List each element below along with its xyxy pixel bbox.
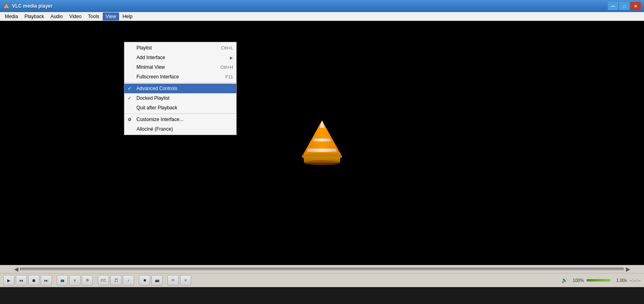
app-window: VLC media player — □ ✕ Media Playback Au… (0, 0, 644, 287)
separator-1 (124, 82, 236, 83)
advanced-controls-label: Advanced Controls (136, 86, 233, 91)
prev-button[interactable]: ⏮ (16, 275, 27, 286)
menu-item-view[interactable]: View (103, 12, 120, 21)
menu-item-help[interactable]: Help (119, 12, 136, 21)
maximize-button[interactable]: □ (619, 2, 630, 10)
svg-marker-7 (307, 148, 337, 152)
add-interface-arrow: ▶ (230, 55, 233, 60)
speed-label: 1.00x (613, 278, 627, 283)
close-button[interactable]: ✕ (630, 2, 641, 10)
minimal-view-label: Minimal View (136, 64, 213, 70)
playlist-label: Playlist (136, 45, 213, 51)
menu-item-video[interactable]: Video (66, 12, 85, 21)
allocine-label: Allociné (France) (136, 126, 233, 132)
menu-playlist[interactable]: Playlist Ctrl+L (124, 43, 236, 53)
snapshot-button[interactable]: 📷 (151, 275, 163, 286)
menu-item-audio[interactable]: Audio (47, 12, 66, 21)
volume-label: 100% (570, 278, 584, 283)
menu-customize-interface[interactable]: ⚙ Customize Interface... (124, 115, 236, 124)
fullscreen-label: Fullscreen Interface (136, 74, 217, 80)
window-title: VLC media player (12, 3, 53, 9)
subtitle-button[interactable]: CC (98, 275, 109, 286)
menu-fullscreen-interface[interactable]: Fullscreen Interface F11 (124, 72, 236, 82)
docked-playlist-label: Docked Playlist (136, 95, 233, 101)
advanced-controls-check: ✓ (128, 86, 136, 91)
svg-point-10 (304, 160, 340, 165)
volume-icon: 🔊 (561, 277, 568, 283)
volume-slider[interactable] (586, 279, 611, 281)
minimal-view-shortcut: Ctrl+H (221, 65, 233, 70)
seek-area: ◀ ▶ (0, 265, 644, 273)
extended-settings-button[interactable]: ⚙ (82, 275, 93, 286)
menu-item-media[interactable]: Media (2, 12, 21, 21)
loop-button[interactable]: ⟳ (167, 275, 179, 286)
seek-bar[interactable] (20, 268, 624, 270)
time-display: --:--:-- (630, 278, 641, 283)
controls-area: ▶ ⏮ ⏹ ⏭ 📺 ≡ ⚙ CC 🎵 ♪ ⏺ 📷 ⟳ ⤮ 🔊 100% 1.00… (0, 273, 644, 287)
vlc-logo (296, 116, 348, 170)
customize-label: Customize Interface... (136, 117, 233, 122)
toggle-playlist-button[interactable]: ≡ (69, 275, 80, 286)
svg-marker-6 (313, 138, 331, 141)
menu-quit-after-playback[interactable]: Quit after Playback (124, 103, 236, 113)
video-area: Playlist Ctrl+L Add Interface ▶ Minimal … (0, 21, 644, 265)
app-icon (3, 3, 10, 9)
title-bar-left: VLC media player (3, 3, 53, 9)
menu-allocine[interactable]: Allociné (France) (124, 124, 236, 134)
menu-minimal-view[interactable]: Minimal View Ctrl+H (124, 62, 236, 72)
menu-advanced-controls[interactable]: ✓ Advanced Controls (124, 84, 236, 93)
playlist-shortcut: Ctrl+L (221, 45, 233, 50)
toggle-video-button[interactable]: 📺 (57, 275, 68, 286)
title-bar: VLC media player — □ ✕ (0, 0, 644, 12)
minimize-button[interactable]: — (608, 2, 618, 10)
customize-icon: ⚙ (128, 117, 136, 122)
seek-back-button[interactable]: ◀ (12, 266, 20, 272)
add-interface-label: Add Interface (136, 55, 230, 60)
stop-button[interactable]: ⏹ (28, 275, 39, 286)
random-button[interactable]: ⤮ (180, 275, 191, 286)
quit-label: Quit after Playback (136, 105, 233, 111)
menu-bar: Media Playback Audio Video Tools View He… (0, 12, 644, 21)
menu-item-playback[interactable]: Playback (21, 12, 47, 21)
fullscreen-shortcut: F11 (225, 74, 233, 79)
seek-forward-button[interactable]: ▶ (624, 266, 632, 272)
menu-docked-playlist[interactable]: ✓ Docked Playlist (124, 93, 236, 103)
record-button[interactable]: ⏺ (139, 275, 150, 286)
audio-track-button[interactable]: 🎵 (110, 275, 122, 286)
view-dropdown-menu: Playlist Ctrl+L Add Interface ▶ Minimal … (124, 42, 237, 135)
right-controls: 🔊 100% 1.00x --:--:-- (561, 277, 641, 283)
title-buttons: — □ ✕ (608, 2, 641, 10)
play-button[interactable]: ▶ (3, 275, 14, 286)
menu-item-tools[interactable]: Tools (85, 12, 103, 21)
menu-add-interface[interactable]: Add Interface ▶ (124, 53, 236, 62)
separator-2 (124, 113, 236, 114)
equalizer-button[interactable]: ♪ (123, 275, 134, 286)
next-button[interactable]: ⏭ (41, 275, 52, 286)
docked-playlist-check: ✓ (128, 95, 136, 101)
svg-rect-2 (6, 8, 8, 9)
